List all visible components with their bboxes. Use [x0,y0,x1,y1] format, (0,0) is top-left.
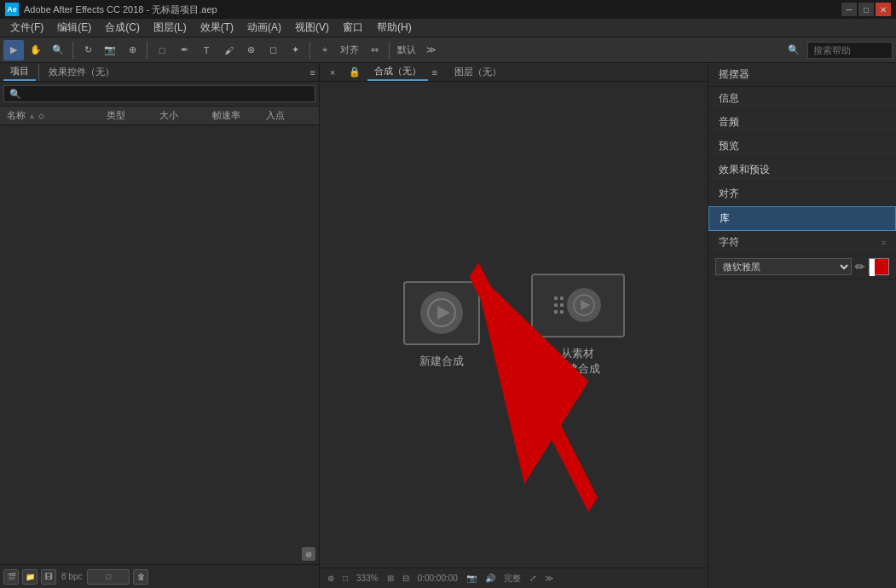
viewer-expand-btn[interactable]: ≫ [542,574,556,583]
panel-item-audio[interactable]: 音频 [708,111,896,135]
panel-menu-icon[interactable]: ≡ [310,67,315,78]
clone-tool[interactable]: ⊗ [240,40,261,61]
panel-item-effects-presets[interactable]: 效果和预设 [708,159,896,182]
panel-item-preview[interactable]: 预览 [708,135,896,159]
viewer-timecode[interactable]: 0:00:00:00 [415,574,460,583]
toolbar-sep-3 [309,42,310,59]
toolbar-sep-4 [389,42,390,59]
comp-close-btn[interactable]: × [323,66,342,79]
puppet-tool[interactable]: ✦ [285,40,305,61]
viewer-controls: ⊕ □ 333% ⊞ ⊟ 0:00:00:00 📷 🔊 完整 ⤢ ≫ [320,568,708,588]
panel-item-wobble[interactable]: 摇摆器 [708,63,896,87]
menu-layer[interactable]: 图层(L) [147,19,194,37]
pen-tool[interactable]: ✒ [174,40,194,61]
viewer-zoom-label[interactable]: 333% [354,574,381,583]
delete-btn[interactable]: 🗑 [133,569,148,585]
from-footage-placeholder: 从素材 新建合成 [531,274,625,377]
from-footage-icon[interactable] [531,274,625,337]
viewer-snap-btn[interactable]: ⊕ [325,574,337,583]
project-search-input[interactable] [3,85,315,102]
font-color-swatch[interactable] [869,258,889,275]
viewer-audio-btn[interactable]: 🔊 [483,574,498,583]
svg-marker-1 [437,306,450,320]
menu-animation[interactable]: 动画(A) [240,19,288,37]
viewer-grid-btn[interactable]: ⊟ [400,574,412,583]
text-tool[interactable]: T [196,40,217,61]
tab-effects-controls[interactable]: 效果控件（无） [42,64,121,80]
pen-tool-icon[interactable]: ✏ [855,260,865,274]
panel-item-info[interactable]: 信息 [708,87,896,111]
menu-composition[interactable]: 合成(C) [98,19,147,37]
hand-tool[interactable]: ✋ [26,40,46,61]
close-button[interactable]: ✕ [876,3,891,16]
mask-tool[interactable]: □ [152,40,172,61]
viewer-mask-btn[interactable]: □ [340,574,350,583]
app-icon: Ae [5,3,19,16]
tab-project[interactable]: 项目 [3,63,36,81]
layers-tab-label[interactable]: 图层（无） [454,66,501,78]
viewer-capture-btn[interactable]: 📷 [464,574,479,583]
toolbar-right: 🔍 [783,40,893,61]
title-bar: Ae Adobe After Effects CC 2018 - 无标题项目.a… [0,0,896,19]
col-inpoint: 入点 [263,108,315,123]
menu-effects[interactable]: 效果(T) [194,19,240,37]
viewer-fit-btn[interactable]: ⊞ [384,574,396,583]
panel-item-align[interactable]: 对齐 [708,182,896,206]
annotation-arrow [320,82,708,568]
add-items-icon[interactable]: ⊕ [302,547,315,561]
left-panel: 项目 效果控件（无） ≡ 名称 ▲ ◇ 类型 大小 帧速率 入点 [0,63,320,588]
new-folder-btn[interactable]: 📁 [22,569,38,585]
font-family-select[interactable]: 微软雅黑 [715,258,852,275]
workspace-expand[interactable]: ≫ [421,40,442,61]
center-viewer: 新建合成 [320,82,708,568]
menu-edit[interactable]: 编辑(E) [50,19,98,37]
character-panel-menu[interactable]: ≡ [882,239,886,247]
col-name: 名称 ▲ ◇ [3,108,103,123]
menu-help[interactable]: 帮助(H) [370,19,419,37]
menu-file[interactable]: 文件(F) [3,19,50,37]
font-row: 微软雅黑 ✏ [708,255,896,280]
default-label: 默认 [394,43,419,56]
toolbar-sep-1 [72,42,73,59]
footage-icon-graphic [567,288,601,322]
center-top-tabs: × 🔒 合成（无） ≡ 图层（无） [320,63,708,82]
eraser-tool[interactable]: ◻ [263,40,283,61]
project-content: ⊕ [0,125,319,564]
new-comp-btn[interactable]: 🎞 [41,569,56,585]
rotate-tool[interactable]: ↻ [78,40,98,61]
search-icon[interactable]: 🔍 [783,40,804,61]
camera-tool[interactable]: 📷 [100,40,120,61]
color-depth-btn[interactable]: □ [87,569,130,585]
left-panel-tabs: 项目 效果控件（无） ≡ [0,63,319,82]
panel-bottom-controls: 🎬 📁 🎞 8 bpc □ 🗑 [0,564,319,588]
align-toggle[interactable]: ⇔ [364,40,384,61]
comp-lock-icon[interactable]: 🔒 [342,65,367,79]
interpret-footage-btn[interactable]: 🎬 [3,569,19,585]
panel-item-library[interactable]: 库 [708,206,896,231]
minimize-button[interactable]: ─ [841,3,857,16]
tab-composition[interactable]: 合成（无） [367,63,428,81]
zoom-tool[interactable]: 🔍 [48,40,68,61]
menu-window[interactable]: 窗口 [336,19,370,37]
comp-icon-graphic [420,291,463,334]
right-panel: 摇摆器 信息 音频 预览 效果和预设 对齐 库 字符 ≡ 微软雅黑 ✏ [708,63,896,588]
select-tool[interactable]: ▶ [3,40,24,61]
add-icon-row: ⊕ [302,547,315,561]
viewer-full-btn[interactable]: ⤢ [527,574,539,583]
brush-tool[interactable]: 🖌 [218,40,239,61]
project-search-area [0,82,319,107]
center-panel: × 🔒 合成（无） ≡ 图层（无） 新建合成 [320,63,708,588]
toolbar: ▶ ✋ 🔍 ↻ 📷 ⊕ □ ✒ T 🖌 ⊗ ◻ ✦ ⌖ 对齐 ⇔ 默认 ≫ 🔍 [0,37,896,63]
menu-view[interactable]: 视图(V) [288,19,336,37]
comp-menu-icon[interactable]: ≡ [431,67,436,78]
align-label: 对齐 [337,43,362,56]
menu-bar: 文件(F) 编辑(E) 合成(C) 图层(L) 效果(T) 动画(A) 视图(V… [0,19,896,37]
viewer-quality-label[interactable]: 完整 [501,573,523,585]
panel-item-character[interactable]: 字符 ≡ [708,231,896,255]
pan-tool[interactable]: ⊕ [122,40,142,61]
new-comp-icon[interactable] [403,281,480,345]
snap-btn[interactable]: ⌖ [315,40,335,61]
maximize-button[interactable]: □ [858,3,874,16]
from-footage-label: 从素材 新建合成 [556,346,600,377]
search-input[interactable] [807,42,893,59]
